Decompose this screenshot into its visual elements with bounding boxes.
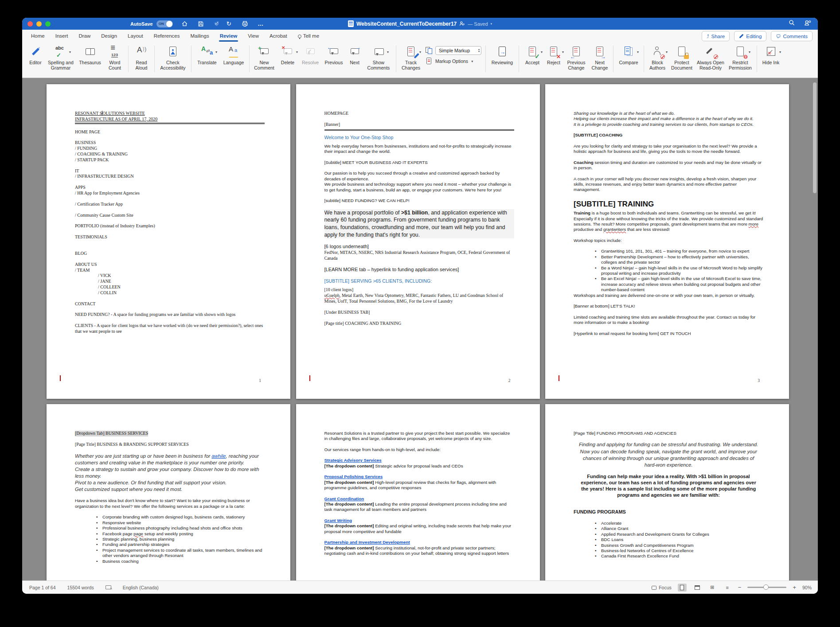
translate-icon: A⇄a▾ (199, 45, 215, 58)
resolve-comment-button[interactable]: ✓ Resolve (300, 45, 321, 66)
language-icon: Aa (226, 45, 241, 58)
share-button[interactable]: ⤴Share (702, 31, 730, 41)
read-aloud-button[interactable]: A)) Read Aloud (132, 45, 151, 71)
language-status[interactable]: English (Canada) (123, 585, 159, 590)
tab-insert[interactable]: Insert (55, 33, 68, 39)
zoom-out-button[interactable]: − (738, 584, 742, 591)
autosave-label: AutoSave (130, 21, 153, 27)
next-change-button[interactable]: → Next Change (590, 45, 610, 71)
editing-mode-button[interactable]: Editing (734, 31, 766, 41)
bullet-marker: • (595, 254, 596, 260)
lightbulb-icon (298, 35, 301, 38)
print-layout-view-button[interactable] (678, 584, 687, 592)
delete-comment-button[interactable]: ✕▾ Delete (277, 45, 298, 66)
block-authors-button[interactable]: ▾ Block Authors (647, 45, 668, 71)
page-count-status[interactable]: Page 1 of 64 (29, 585, 56, 590)
vertical-scrollbar-thumb[interactable] (813, 82, 817, 193)
zoom-slider[interactable] (747, 587, 786, 588)
doc-paragraph (324, 491, 514, 496)
tab-draw[interactable]: Draw (78, 33, 90, 39)
next-comment-button[interactable]: → Next (347, 45, 363, 66)
tab-view[interactable]: View (248, 33, 259, 39)
tab-review[interactable]: Review (220, 33, 238, 39)
print-icon[interactable] (241, 20, 249, 28)
protect-document-icon (674, 45, 689, 58)
doc-paragraph (75, 493, 265, 498)
thesaurus-button[interactable]: Thesaurus (77, 45, 103, 66)
close-window-button[interactable] (27, 21, 33, 27)
save-icon[interactable] (197, 20, 205, 28)
search-icon[interactable] (789, 19, 795, 28)
bullet-marker: • (96, 548, 98, 553)
doc-paragraph: FUNDING PROGRAMS (574, 509, 763, 515)
doc-paragraph (324, 534, 514, 540)
zoom-in-button[interactable]: + (793, 584, 796, 591)
word-count-status[interactable]: 15504 words (67, 585, 94, 590)
minimize-window-button[interactable] (36, 21, 42, 27)
tab-tell-me[interactable]: Tell me (298, 33, 319, 39)
proofing-status-icon[interactable] (105, 585, 111, 589)
doc-paragraph (574, 326, 763, 331)
reviewing-pane-button[interactable]: → Reviewing (489, 45, 516, 66)
doc-paragraph: Pivot to a new audience. Or find funding… (75, 479, 265, 486)
protect-document-button[interactable]: Protect Document (669, 45, 694, 71)
doc-paragraph: Workshop topics include: (574, 238, 763, 243)
bullet-marker: • (595, 543, 596, 548)
comments-button[interactable]: 🗩Comments (771, 31, 813, 41)
markup-options-button[interactable]: Markup Options ▾ (425, 57, 481, 65)
tab-home[interactable]: Home (31, 33, 45, 39)
redo-icon[interactable]: ↻ (225, 20, 233, 28)
spelling-grammar-button[interactable]: abc✓▾ Spelling and Grammar (46, 45, 75, 71)
doc-paragraph: Resonant Solutions is a trusted partner … (324, 431, 514, 442)
document-page-2: HOMEPAGE [Banner] Welcome to Your One-St… (296, 84, 540, 399)
title-bar: AutoSave ON ↺▾ ↻ … WebsiteContent_Curren… (22, 18, 818, 30)
reject-change-button[interactable]: ✕▾ Reject (544, 45, 563, 66)
hide-ink-button[interactable]: ≈▾ Hide Ink (760, 45, 781, 66)
tab-design[interactable]: Design (101, 33, 117, 39)
new-comment-button[interactable]: + New Comment (253, 45, 276, 71)
doc-paragraph (75, 318, 265, 323)
restrict-permission-button[interactable]: ⊖▾ Restrict Permission (727, 45, 754, 71)
zoom-window-button[interactable] (45, 21, 51, 27)
doc-paragraph: [Page Title] FUNDING PROGRAMS AND AGENCI… (574, 431, 763, 436)
home-icon[interactable] (181, 20, 189, 28)
document-page-6: [Page Title] FUNDING PROGRAMS AND AGENCI… (545, 404, 789, 580)
word-count-button[interactable]: ≣123 Word Count (105, 45, 125, 71)
translate-button[interactable]: A⇄a▾ Translate (195, 45, 219, 66)
document-page-3: Sharing our knowledge is at the heart of… (545, 84, 789, 399)
presence-people-icon[interactable] (804, 19, 812, 28)
check-accessibility-button[interactable]: Check Accessibility (158, 45, 188, 71)
previous-change-button[interactable]: ← Previous Change (565, 45, 588, 71)
document-page-1: RESONANT SOLUTIONS WEBSITEINFRASTRUCTURE… (47, 84, 290, 399)
zoom-slider-thumb[interactable] (763, 584, 769, 590)
tab-mailings[interactable]: Mailings (190, 33, 209, 39)
doc-list-item: •Corporate branding with custom designed… (75, 514, 265, 520)
draft-view-button[interactable]: ≡ (723, 584, 732, 592)
editor-button[interactable]: Editor (27, 45, 44, 66)
focus-mode-button[interactable]: Focus (652, 585, 672, 590)
track-changes-button[interactable]: ▾ Track Changes (399, 45, 422, 71)
more-commands-icon[interactable]: … (257, 20, 265, 28)
outline-view-button[interactable]: ⊞ (708, 584, 717, 592)
undo-chevron-icon[interactable]: ▾ (215, 22, 217, 26)
display-for-review-select[interactable]: Simple Markup ▴▾ (435, 46, 481, 55)
save-status-chevron-icon[interactable]: ▾ (491, 22, 492, 26)
tab-layout[interactable]: Layout (128, 33, 143, 39)
accept-change-button[interactable]: ✓▾ Accept (522, 45, 543, 66)
show-comments-button[interactable]: ▾ Show Comments (364, 45, 393, 71)
doc-paragraph: / COACHING & TRAINING (75, 152, 265, 157)
tab-references[interactable]: References (154, 33, 180, 39)
bullet-marker: • (595, 249, 596, 254)
display-for-review-icon (425, 47, 433, 55)
language-button[interactable]: Aa Language (221, 45, 246, 66)
always-open-read-only-button[interactable]: Always Open Read-Only (696, 45, 725, 71)
accept-change-icon: ✓▾ (525, 45, 540, 58)
doc-paragraph: [SUBTITLE] SERVING >65 CLIENTS, INCLUDIN… (324, 278, 514, 284)
web-layout-view-button[interactable] (693, 584, 702, 592)
zoom-percentage[interactable]: 90% (802, 585, 812, 590)
compare-button[interactable]: ▾ Compare (617, 45, 641, 66)
tab-acrobat[interactable]: Acrobat (270, 33, 287, 39)
previous-comment-button[interactable]: ← Previous (323, 45, 345, 66)
autosave-toggle[interactable]: ON (156, 20, 173, 27)
doc-paragraph: CONTACT (75, 301, 265, 307)
